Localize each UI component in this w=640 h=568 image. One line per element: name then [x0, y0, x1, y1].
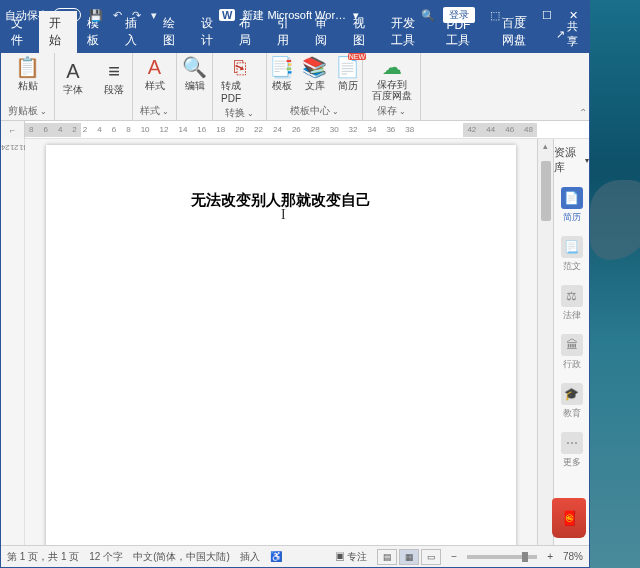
- tab-绘图[interactable]: 绘图: [153, 11, 191, 53]
- undo-icon[interactable]: ↶: [113, 9, 122, 22]
- ruler-tick: 18: [216, 125, 225, 134]
- sidepanel-label: 简历: [563, 211, 581, 224]
- ruler-tick: 4: [58, 125, 62, 134]
- ruler-tick: 34: [368, 125, 377, 134]
- font-button[interactable]: A字体: [61, 59, 85, 99]
- pdf-icon: ⎘: [234, 57, 246, 77]
- tab-引用[interactable]: 引用: [267, 11, 305, 53]
- template-button[interactable]: 📑模板: [267, 55, 296, 95]
- sidepanel-icon: ⋯: [561, 432, 583, 454]
- ruler-tick: 26: [292, 125, 301, 134]
- read-mode-icon[interactable]: ▤: [377, 549, 397, 565]
- tab-开发工具[interactable]: 开发工具: [381, 11, 437, 53]
- sidepanel-item-更多[interactable]: ⋯更多: [557, 426, 587, 475]
- edit-button[interactable]: 🔍编辑: [180, 55, 209, 95]
- vertical-scrollbar[interactable]: ▴: [537, 139, 553, 545]
- ruler-tick: 30: [330, 125, 339, 134]
- search-edit-icon: 🔍: [182, 57, 207, 77]
- clipboard-icon: 📋: [15, 57, 40, 77]
- scrollbar-thumb[interactable]: [541, 161, 551, 221]
- convert-pdf-label: 转成PDF: [221, 79, 258, 104]
- tab-设计[interactable]: 设计: [191, 11, 229, 53]
- tab-视图[interactable]: 视图: [343, 11, 381, 53]
- zoom-level[interactable]: 78%: [563, 551, 583, 562]
- library-label: 文库: [305, 79, 325, 93]
- library-button[interactable]: 📚文库: [300, 55, 329, 95]
- word-count[interactable]: 12 个字: [89, 550, 123, 564]
- zoom-slider[interactable]: [467, 555, 537, 559]
- sidepanel-item-法律[interactable]: ⚖法律: [557, 279, 587, 328]
- page-count[interactable]: 第 1 页，共 1 页: [7, 550, 79, 564]
- ruler-tick: 10: [141, 125, 150, 134]
- sidepanel-label: 范文: [563, 260, 581, 273]
- ruler-tick: 28: [311, 125, 320, 134]
- collapse-ribbon-icon[interactable]: ⌃: [577, 53, 589, 120]
- sidepanel-item-范文[interactable]: 📃范文: [557, 230, 587, 279]
- ruler-tick: 22: [254, 125, 263, 134]
- web-layout-icon[interactable]: ▭: [421, 549, 441, 565]
- styles-group-label[interactable]: 样式: [140, 104, 169, 118]
- convert-pdf-button[interactable]: ⎘转成PDF: [219, 55, 260, 106]
- focus-label: 专注: [347, 551, 367, 562]
- save-icon[interactable]: 💾: [89, 9, 103, 22]
- sidepanel-label: 教育: [563, 407, 581, 420]
- chevron-down-icon[interactable]: ▾: [585, 156, 589, 165]
- library-icon: 📚: [302, 57, 327, 77]
- template-center-group-label[interactable]: 模板中心: [290, 104, 339, 118]
- language-status[interactable]: 中文(简体，中国大陆): [133, 550, 230, 564]
- paste-button[interactable]: 📋 粘贴: [13, 55, 42, 95]
- sidepanel-icon: 🎓: [561, 383, 583, 405]
- red-packet-promo[interactable]: 🧧: [552, 498, 586, 538]
- horizontal-ruler[interactable]: 8642 2468101214161820222426283032343638 …: [25, 123, 537, 137]
- ruler-corner[interactable]: ⌐: [1, 121, 25, 139]
- sidepanel-item-行政[interactable]: 🏛行政: [557, 328, 587, 377]
- tab-布局[interactable]: 布局: [229, 11, 267, 53]
- redo-icon[interactable]: ↷: [132, 9, 141, 22]
- paragraph-icon: ≡: [108, 61, 120, 81]
- tab-百度网盘[interactable]: 百度网盘: [492, 11, 548, 53]
- ruler-tick: 8: [29, 125, 33, 134]
- ruler-tick: 48: [524, 125, 533, 134]
- document-page[interactable]: 无法改变别人那就改变自己 I: [46, 145, 516, 545]
- sidepanel-icon: ⚖: [561, 285, 583, 307]
- resume-label: 简历: [338, 79, 358, 93]
- print-layout-icon[interactable]: ▦: [399, 549, 419, 565]
- template-icon: 📑: [269, 57, 294, 77]
- sidepanel-label: 法律: [563, 309, 581, 322]
- accessibility-status[interactable]: ♿: [270, 551, 282, 562]
- sidepanel-label: 行政: [563, 358, 581, 371]
- tab-审阅[interactable]: 审阅: [305, 11, 343, 53]
- template-label: 模板: [272, 79, 292, 93]
- clipboard-group-label[interactable]: 剪贴板: [8, 104, 47, 118]
- sidepanel-item-教育[interactable]: 🎓教育: [557, 377, 587, 426]
- scroll-up-icon[interactable]: ▴: [543, 141, 548, 151]
- convert-group-label[interactable]: 转换: [225, 106, 254, 120]
- save-baidu-button[interactable]: ☁保存到 百度网盘: [370, 55, 414, 103]
- vertical-ruler[interactable]: 4212141618110112114116118120122: [1, 139, 25, 545]
- insert-mode[interactable]: 插入: [240, 550, 260, 564]
- ruler-tick: 8: [126, 125, 130, 134]
- tab-开始[interactable]: 开始: [39, 11, 77, 53]
- ruler-tick: 38: [405, 125, 414, 134]
- focus-mode[interactable]: ▣ 专注: [335, 550, 368, 564]
- qat-more-icon[interactable]: ▾: [151, 9, 157, 22]
- ruler-tick: 42: [467, 125, 476, 134]
- styles-button[interactable]: A样式: [143, 55, 167, 95]
- zoom-out-icon[interactable]: −: [451, 551, 457, 562]
- ruler-tick: 4: [97, 125, 101, 134]
- font-icon: A: [66, 61, 79, 81]
- resume-button[interactable]: 📄NEW简历: [333, 55, 362, 95]
- ruler-tick: 24: [273, 125, 282, 134]
- zoom-in-icon[interactable]: +: [547, 551, 553, 562]
- sidepanel-title: 资源库: [554, 145, 583, 175]
- save-group-label[interactable]: 保存: [377, 104, 406, 118]
- page-area[interactable]: 无法改变别人那就改变自己 I: [25, 139, 537, 545]
- sidepanel-item-简历[interactable]: 📄简历: [557, 181, 587, 230]
- share-button[interactable]: ↗共享: [548, 15, 589, 53]
- paragraph-button[interactable]: ≡段落: [102, 59, 126, 99]
- ruler-tick: 16: [197, 125, 206, 134]
- tab-PDF工具[interactable]: PDF工具: [436, 14, 492, 53]
- font-label: 字体: [63, 83, 83, 97]
- sidepanel-icon: 📄: [561, 187, 583, 209]
- tab-文件[interactable]: 文件: [1, 11, 39, 53]
